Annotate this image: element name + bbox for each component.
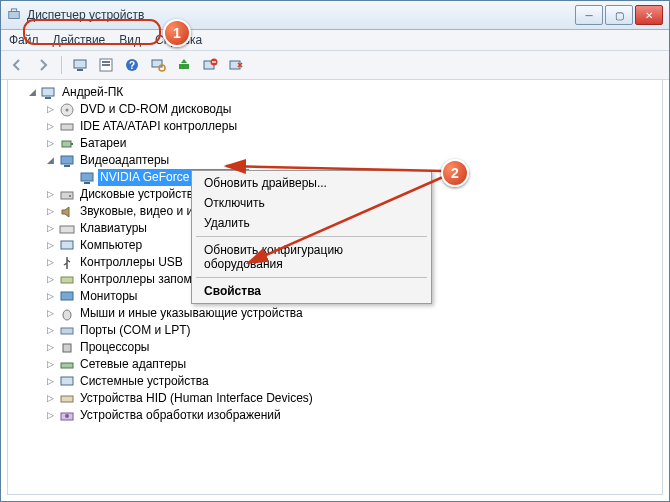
- svg-rect-23: [61, 156, 73, 164]
- annotation-marker-1: 1: [163, 19, 191, 47]
- hid-icon: [59, 391, 75, 407]
- display-icon: [59, 153, 75, 169]
- maximize-button[interactable]: ▢: [605, 5, 633, 25]
- tree-item[interactable]: ▷Порты (COM и LPT): [12, 322, 662, 339]
- tree-item[interactable]: ▷Устройства HID (Human Interface Devices…: [12, 390, 662, 407]
- expand-icon[interactable]: ▷: [44, 254, 56, 271]
- tree-label: Дисковые устройства: [78, 186, 202, 203]
- svg-rect-0: [9, 12, 20, 19]
- root-node[interactable]: ◢Андрей-ПК: [12, 84, 662, 101]
- svg-rect-14: [212, 61, 216, 62]
- expand-icon[interactable]: ▷: [44, 373, 56, 390]
- expand-icon[interactable]: ▷: [44, 101, 56, 118]
- expand-icon[interactable]: ▷: [44, 390, 56, 407]
- expand-icon[interactable]: ▷: [44, 288, 56, 305]
- svg-rect-15: [230, 61, 240, 69]
- properties-icon[interactable]: [96, 55, 116, 75]
- svg-rect-6: [102, 64, 110, 66]
- app-icon: [7, 8, 21, 22]
- menu-view[interactable]: Вид: [119, 33, 141, 47]
- menu-file[interactable]: Файл: [9, 33, 39, 47]
- ctx-disable[interactable]: Отключить: [194, 193, 429, 213]
- expand-icon[interactable]: ▷: [44, 237, 56, 254]
- tree-item[interactable]: ▷DVD и CD-ROM дисководы: [12, 101, 662, 118]
- tree-label: Видеоадаптеры: [78, 152, 171, 169]
- svg-rect-31: [61, 277, 73, 283]
- minimize-button[interactable]: ─: [575, 5, 603, 25]
- svg-rect-5: [102, 61, 110, 63]
- separator: [196, 236, 427, 237]
- svg-text:?: ?: [129, 60, 135, 71]
- expand-icon[interactable]: ▷: [44, 322, 56, 339]
- annotation-marker-2: 2: [441, 159, 469, 187]
- collapse-icon[interactable]: ◢: [44, 152, 56, 169]
- tree-item[interactable]: ▷Мыши и иные указывающие устройства: [12, 305, 662, 322]
- expand-icon[interactable]: ▷: [44, 220, 56, 237]
- tree-label: Порты (COM и LPT): [78, 322, 193, 339]
- ports-icon: [59, 323, 75, 339]
- tree-label: Устройства HID (Human Interface Devices): [78, 390, 315, 407]
- disable-icon[interactable]: [226, 55, 246, 75]
- expand-icon[interactable]: ▷: [44, 203, 56, 220]
- separator: [196, 277, 427, 278]
- dvd-icon: [59, 102, 75, 118]
- expand-icon[interactable]: ▷: [44, 271, 56, 288]
- ide-icon: [59, 119, 75, 135]
- svg-rect-32: [61, 292, 73, 300]
- ctx-uninstall[interactable]: Удалить: [194, 213, 429, 233]
- uninstall-icon[interactable]: [200, 55, 220, 75]
- tree-item[interactable]: ▷Батареи: [12, 135, 662, 152]
- tree-label: Устройства обработки изображений: [78, 407, 283, 424]
- ctx-properties[interactable]: Свойства: [194, 281, 429, 301]
- computer-icon: [41, 85, 57, 101]
- close-button[interactable]: ✕: [635, 5, 663, 25]
- expand-icon[interactable]: ▷: [44, 305, 56, 322]
- menu-action[interactable]: Действие: [53, 33, 106, 47]
- expand-icon[interactable]: ▷: [44, 339, 56, 356]
- svg-point-40: [65, 414, 69, 418]
- window-title: Диспетчер устройств: [27, 8, 575, 22]
- tree-label: Клавиатуры: [78, 220, 149, 237]
- ctx-update-drivers[interactable]: Обновить драйверы...: [194, 173, 429, 193]
- display-icon: [79, 170, 95, 186]
- help-icon[interactable]: ?: [122, 55, 142, 75]
- svg-rect-35: [63, 344, 71, 352]
- root-label: Андрей-ПК: [60, 84, 125, 101]
- expand-icon[interactable]: ▷: [44, 407, 56, 424]
- expand-icon[interactable]: ▷: [44, 186, 56, 203]
- tree-label: Сетевые адаптеры: [78, 356, 188, 373]
- scan-icon[interactable]: [148, 55, 168, 75]
- tree-item[interactable]: ▷Устройства обработки изображений: [12, 407, 662, 424]
- tree-item-video[interactable]: ◢Видеоадаптеры: [12, 152, 662, 169]
- svg-rect-20: [61, 124, 73, 130]
- storage-icon: [59, 272, 75, 288]
- tree-item[interactable]: ▷Сетевые адаптеры: [12, 356, 662, 373]
- computer-icon[interactable]: [70, 55, 90, 75]
- tree-item[interactable]: ▷Системные устройства: [12, 373, 662, 390]
- disk-icon: [59, 187, 75, 203]
- imaging-icon: [59, 408, 75, 424]
- svg-rect-36: [61, 363, 73, 368]
- svg-rect-17: [45, 97, 51, 99]
- cpu-icon: [59, 340, 75, 356]
- tree-item[interactable]: ▷IDE ATA/ATAPI контроллеры: [12, 118, 662, 135]
- tree-item[interactable]: ▷Процессоры: [12, 339, 662, 356]
- expand-icon[interactable]: ▷: [44, 118, 56, 135]
- tree-label: Контроллеры USB: [78, 254, 185, 271]
- context-menu: Обновить драйверы... Отключить Удалить О…: [191, 170, 432, 304]
- tree-label: Системные устройства: [78, 373, 211, 390]
- svg-rect-3: [77, 69, 83, 71]
- ctx-scan-hardware[interactable]: Обновить конфигурацию оборудования: [194, 240, 429, 274]
- forward-icon[interactable]: [33, 55, 53, 75]
- svg-rect-27: [61, 192, 73, 199]
- mouse-icon: [59, 306, 75, 322]
- svg-rect-29: [60, 226, 74, 233]
- update-driver-icon[interactable]: [174, 55, 194, 75]
- collapse-icon[interactable]: ◢: [26, 84, 38, 101]
- titlebar: Диспетчер устройств ─ ▢ ✕: [1, 1, 669, 30]
- system-icon: [59, 374, 75, 390]
- expand-icon[interactable]: ▷: [44, 356, 56, 373]
- back-icon[interactable]: [7, 55, 27, 75]
- tree-label: Мыши и иные указывающие устройства: [78, 305, 305, 322]
- expand-icon[interactable]: ▷: [44, 135, 56, 152]
